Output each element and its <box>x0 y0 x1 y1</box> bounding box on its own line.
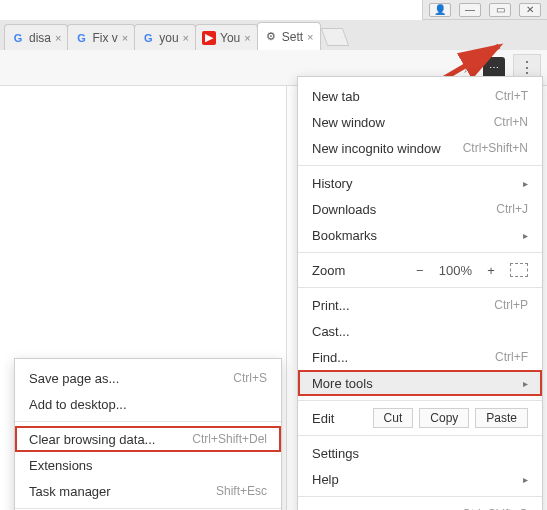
new-tab-button[interactable] <box>320 28 349 46</box>
menu-item-label: Exit <box>312 507 462 511</box>
close-icon[interactable]: × <box>244 32 250 44</box>
submenu-extensions[interactable]: Extensions <box>15 452 281 478</box>
tab-title: disa <box>29 31 51 45</box>
chevron-right-icon: ▸ <box>523 178 528 189</box>
menu-item-label: New window <box>312 115 494 130</box>
shortcut-text: Ctrl+Shift+N <box>463 141 528 155</box>
user-icon[interactable]: 👤 <box>429 3 451 17</box>
menu-cast[interactable]: Cast... <box>298 318 542 344</box>
menu-item-label: New incognito window <box>312 141 463 156</box>
close-icon[interactable]: × <box>307 31 313 43</box>
gear-icon: ⚙ <box>264 30 278 44</box>
menu-item-label: New tab <box>312 89 495 104</box>
copy-button[interactable]: Copy <box>419 408 469 428</box>
tab-0[interactable]: G disa × <box>4 24 68 50</box>
menu-new-window[interactable]: New window Ctrl+N <box>298 109 542 135</box>
menu-separator <box>298 165 542 166</box>
cut-button[interactable]: Cut <box>373 408 414 428</box>
menu-item-label: Bookmarks <box>312 228 517 243</box>
shortcut-text: Ctrl+F <box>495 350 528 364</box>
submenu-task-manager[interactable]: Task manager Shift+Esc <box>15 478 281 504</box>
menu-item-label: Downloads <box>312 202 496 217</box>
zoom-label: Zoom <box>312 263 411 278</box>
submenu-clear-browsing-data[interactable]: Clear browsing data... Ctrl+Shift+Del <box>15 426 281 452</box>
menu-separator <box>298 287 542 288</box>
tab-title: You <box>220 31 240 45</box>
menu-find[interactable]: Find... Ctrl+F <box>298 344 542 370</box>
menu-edit-row: Edit Cut Copy Paste <box>298 405 542 431</box>
menu-downloads[interactable]: Downloads Ctrl+J <box>298 196 542 222</box>
tab-title: Sett <box>282 30 303 44</box>
menu-separator <box>15 421 281 422</box>
menu-separator <box>298 496 542 497</box>
main-menu: New tab Ctrl+T New window Ctrl+N New inc… <box>297 76 543 510</box>
menu-more-tools[interactable]: More tools ▸ <box>298 370 542 396</box>
tab-4[interactable]: ⚙ Sett × <box>257 22 321 50</box>
zoom-in-button[interactable]: + <box>482 263 500 278</box>
maximize-button[interactable]: ▭ <box>489 3 511 17</box>
google-icon: G <box>11 31 25 45</box>
menu-separator <box>298 400 542 401</box>
menu-bookmarks[interactable]: Bookmarks ▸ <box>298 222 542 248</box>
menu-item-label: Print... <box>312 298 494 313</box>
edit-label: Edit <box>312 411 373 426</box>
menu-item-label: Settings <box>312 446 528 461</box>
close-icon[interactable]: × <box>183 32 189 44</box>
zoom-out-button[interactable]: − <box>411 263 429 278</box>
chevron-right-icon: ▸ <box>523 474 528 485</box>
fullscreen-icon[interactable] <box>510 263 528 277</box>
submenu-save-page[interactable]: Save page as... Ctrl+S <box>15 365 281 391</box>
window-controls: 👤 — ▭ ✕ <box>422 0 547 20</box>
menu-separator <box>298 435 542 436</box>
menu-item-label: Cast... <box>312 324 528 339</box>
more-tools-submenu: Save page as... Ctrl+S Add to desktop...… <box>14 358 282 510</box>
menu-print[interactable]: Print... Ctrl+P <box>298 292 542 318</box>
chevron-right-icon: ▸ <box>523 378 528 389</box>
menu-separator <box>298 252 542 253</box>
close-icon[interactable]: × <box>55 32 61 44</box>
close-window-button[interactable]: ✕ <box>519 3 541 17</box>
youtube-icon: ▶ <box>202 31 216 45</box>
google-icon: G <box>74 31 88 45</box>
google-icon: G <box>141 31 155 45</box>
menu-item-label: Help <box>312 472 517 487</box>
menu-item-label: Save page as... <box>29 371 119 386</box>
tab-strip: G disa × G Fix v × G you × ▶ You × ⚙ Set… <box>0 20 547 50</box>
minimize-button[interactable]: — <box>459 3 481 17</box>
shortcut-text: Ctrl+S <box>233 371 267 385</box>
submenu-add-to-desktop[interactable]: Add to desktop... <box>15 391 281 417</box>
menu-separator <box>15 508 281 509</box>
shortcut-text: Ctrl+N <box>494 115 528 129</box>
menu-item-label: Add to desktop... <box>29 397 127 412</box>
shortcut-text: Ctrl+J <box>496 202 528 216</box>
tab-3[interactable]: ▶ You × <box>195 24 258 50</box>
menu-item-label: Clear browsing data... <box>29 432 155 447</box>
chevron-right-icon: ▸ <box>523 230 528 241</box>
menu-settings[interactable]: Settings <box>298 440 542 466</box>
shortcut-text: Shift+Esc <box>216 484 267 498</box>
menu-item-label: History <box>312 176 517 191</box>
menu-new-tab[interactable]: New tab Ctrl+T <box>298 83 542 109</box>
menu-history[interactable]: History ▸ <box>298 170 542 196</box>
zoom-value: 100% <box>439 263 472 278</box>
menu-item-label: Find... <box>312 350 495 365</box>
menu-exit[interactable]: Exit Ctrl+Shift+Q <box>298 501 542 510</box>
close-icon[interactable]: × <box>122 32 128 44</box>
shortcut-text: Ctrl+P <box>494 298 528 312</box>
menu-item-label: Extensions <box>29 458 93 473</box>
menu-incognito[interactable]: New incognito window Ctrl+Shift+N <box>298 135 542 161</box>
menu-item-label: More tools <box>312 376 517 391</box>
shortcut-text: Ctrl+Shift+Del <box>192 432 267 446</box>
tab-1[interactable]: G Fix v × <box>67 24 135 50</box>
tab-2[interactable]: G you × <box>134 24 196 50</box>
menu-help[interactable]: Help ▸ <box>298 466 542 492</box>
paste-button[interactable]: Paste <box>475 408 528 428</box>
tab-title: Fix v <box>92 31 117 45</box>
tab-title: you <box>159 31 178 45</box>
menu-zoom-row: Zoom − 100% + <box>298 257 542 283</box>
star-icon[interactable]: ☆ <box>461 58 475 77</box>
menu-item-label: Task manager <box>29 484 111 499</box>
shortcut-text: Ctrl+T <box>495 89 528 103</box>
